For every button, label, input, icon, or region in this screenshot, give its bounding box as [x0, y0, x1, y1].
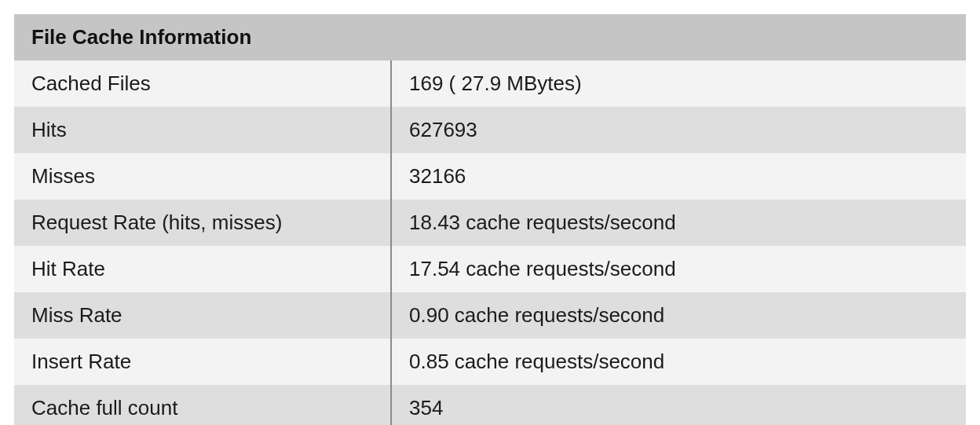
row-value: 18.43 cache requests/second: [391, 200, 966, 246]
row-value: 0.90 cache requests/second: [391, 292, 966, 339]
row-label: Miss Rate: [14, 292, 391, 339]
table-header-row: File Cache Information: [14, 14, 966, 60]
table-row: Request Rate (hits, misses) 18.43 cache …: [14, 200, 966, 246]
row-value: 17.54 cache requests/second: [391, 246, 966, 292]
table-title: File Cache Information: [14, 14, 966, 60]
row-label: Hits: [14, 107, 391, 153]
row-label: Hit Rate: [14, 246, 391, 292]
table-row: Cached Files 169 ( 27.9 MBytes): [14, 60, 966, 107]
table-row: Cache full count 354: [14, 385, 966, 425]
row-label: Cache full count: [14, 385, 391, 425]
row-value: 627693: [391, 107, 966, 153]
row-value: 32166: [391, 153, 966, 200]
row-value: 354: [391, 385, 966, 425]
table-row: Miss Rate 0.90 cache requests/second: [14, 292, 966, 339]
table-row: Hits 627693: [14, 107, 966, 153]
table-row: Hit Rate 17.54 cache requests/second: [14, 246, 966, 292]
row-label: Request Rate (hits, misses): [14, 200, 391, 246]
file-cache-info-table: File Cache Information Cached Files 169 …: [14, 14, 966, 425]
table-row: Insert Rate 0.85 cache requests/second: [14, 339, 966, 385]
row-value: 169 ( 27.9 MBytes): [391, 60, 966, 107]
row-label: Insert Rate: [14, 339, 391, 385]
row-value: 0.85 cache requests/second: [391, 339, 966, 385]
table-row: Misses 32166: [14, 153, 966, 200]
row-label: Misses: [14, 153, 391, 200]
row-label: Cached Files: [14, 60, 391, 107]
